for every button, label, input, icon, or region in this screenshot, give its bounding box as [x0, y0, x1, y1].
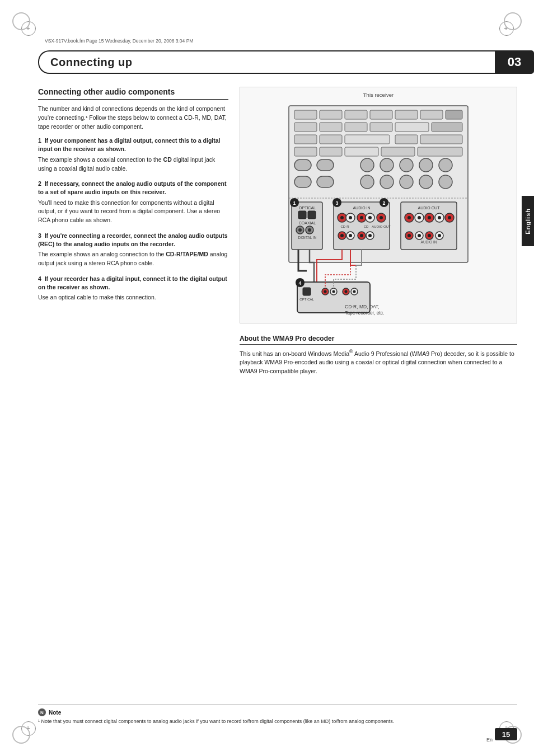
wma-section-body: This unit has an on-board Windows Media®…	[240, 348, 517, 376]
note-label: Note	[49, 710, 61, 716]
step-1-heading: 1 If your component has a digital output…	[38, 137, 228, 153]
svg-text:CD-R: CD-R	[341, 225, 350, 228]
svg-rect-31	[294, 176, 311, 187]
svg-point-71	[360, 234, 363, 237]
page-meta: VSX-917V.book.fm Page 15 Wednesday, Dece…	[45, 38, 193, 44]
this-receiver-label: This receiver	[245, 92, 512, 98]
svg-point-83	[418, 216, 421, 219]
note-text: ¹ Note that you must connect digital com…	[38, 718, 517, 725]
right-column: This receiver	[240, 87, 517, 700]
svg-text:4: 4	[298, 280, 301, 286]
step-3-heading: 3 If you're connecting a recorder, conne…	[38, 232, 228, 248]
step-4-body: Use an optical cable to make this connec…	[38, 293, 228, 302]
svg-text:AUDIO IN: AUDIO IN	[421, 240, 437, 244]
intro-text: The number and kind of connections depen…	[38, 105, 228, 131]
note-icon: N	[38, 708, 46, 716]
svg-rect-13	[432, 123, 462, 132]
svg-rect-8	[294, 123, 317, 132]
svg-text:CD-R, MD, DAT,: CD-R, MD, DAT,	[345, 304, 380, 309]
chapter-number: 03	[495, 50, 534, 74]
svg-point-45	[298, 228, 302, 232]
step-1-number: 1	[38, 137, 45, 144]
svg-point-67	[340, 234, 344, 237]
step-4-heading: 4 If your recorder has a digital input, …	[38, 275, 228, 291]
svg-rect-100	[303, 288, 311, 295]
svg-point-69	[349, 234, 352, 237]
wma-section: About the WMA9 Pro decoder This unit has…	[240, 335, 517, 376]
svg-point-111	[353, 290, 356, 293]
svg-rect-15	[320, 135, 342, 144]
main-content: Connecting other audio components The nu…	[38, 87, 517, 700]
svg-point-29	[419, 158, 433, 172]
svg-rect-6	[420, 110, 443, 119]
svg-text:AUDIO OUT: AUDIO OUT	[372, 225, 391, 228]
step-1-body: The example shows a coaxial connection t…	[38, 156, 228, 173]
svg-text:DIGITAL IN: DIGITAL IN	[298, 236, 317, 240]
svg-rect-41	[298, 211, 306, 219]
svg-point-85	[428, 216, 431, 219]
step-2-heading: 2 If necessary, connect the analog audio…	[38, 180, 228, 196]
svg-rect-14	[294, 135, 317, 144]
chapter-header: Connecting up 03	[38, 50, 534, 74]
svg-point-56	[349, 216, 352, 219]
svg-rect-42	[308, 211, 316, 219]
svg-point-28	[400, 158, 413, 172]
svg-point-27	[380, 158, 394, 172]
english-tab-label: English	[524, 208, 531, 234]
svg-rect-7	[446, 110, 462, 119]
svg-rect-25	[317, 159, 334, 171]
svg-text:AUDIO IN: AUDIO IN	[353, 206, 370, 210]
svg-rect-17	[395, 135, 418, 144]
svg-text:2: 2	[382, 200, 385, 206]
svg-point-60	[368, 216, 372, 219]
svg-point-62	[380, 216, 383, 219]
svg-text:COAXIAL: COAXIAL	[299, 221, 316, 225]
svg-rect-1	[294, 110, 317, 119]
svg-point-73	[368, 234, 372, 237]
step-3-body: The example shows an analog connection t…	[38, 250, 228, 268]
svg-rect-4	[370, 110, 392, 119]
svg-rect-32	[317, 176, 334, 187]
page-en: En	[486, 737, 493, 743]
svg-rect-16	[345, 135, 390, 144]
step-3: 3 If you're connecting a recorder, conne…	[38, 232, 228, 268]
svg-point-47	[308, 228, 311, 232]
svg-rect-21	[345, 147, 378, 156]
svg-rect-18	[420, 135, 462, 144]
left-column: Connecting other audio components The nu…	[38, 87, 228, 700]
svg-point-81	[407, 216, 411, 219]
step-2-number: 2	[38, 180, 45, 187]
svg-rect-19	[294, 147, 317, 156]
svg-point-34	[380, 175, 394, 189]
section-title: Connecting other audio components	[38, 87, 228, 100]
svg-rect-10	[345, 123, 367, 132]
note-header: N Note	[38, 708, 517, 716]
svg-point-26	[360, 158, 374, 172]
svg-point-107	[332, 290, 335, 293]
svg-point-35	[400, 175, 413, 189]
svg-point-37	[439, 175, 452, 189]
page-number: 15	[495, 728, 517, 740]
note-section: N Note ¹ Note that you must connect digi…	[38, 705, 517, 725]
corner-circle-tl	[12, 12, 30, 30]
step-4: 4 If your recorder has a digital input, …	[38, 275, 228, 302]
english-tab: English	[522, 196, 534, 246]
svg-rect-5	[395, 110, 418, 119]
svg-rect-23	[418, 147, 462, 156]
chapter-title: Connecting up	[50, 56, 132, 69]
svg-point-33	[360, 175, 374, 189]
svg-text:3: 3	[335, 200, 338, 206]
svg-point-105	[324, 290, 327, 293]
svg-point-97	[438, 234, 441, 237]
svg-point-36	[419, 175, 433, 189]
svg-rect-12	[395, 123, 429, 132]
svg-text:AUDIO OUT: AUDIO OUT	[418, 206, 441, 210]
svg-point-91	[407, 234, 411, 237]
svg-text:Tape recorder, etc.: Tape recorder, etc.	[345, 310, 384, 316]
wma-section-title: About the WMA9 Pro decoder	[240, 335, 517, 345]
receiver-diagram: This receiver	[240, 87, 517, 323]
corner-circle-tr	[504, 12, 522, 30]
step-2: 2 If necessary, connect the analog audio…	[38, 180, 228, 225]
connection-diagram-svg: OPTICAL COAXIAL DIGITAL IN 1 AUDIO IN	[283, 100, 474, 318]
svg-rect-9	[320, 123, 342, 132]
